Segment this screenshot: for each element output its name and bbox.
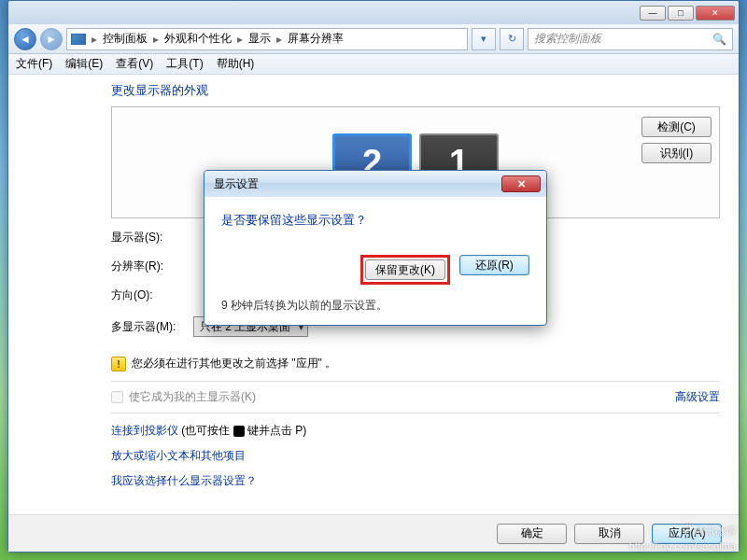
watermark-brand: 腾讯微博 [695,525,736,537]
resolution-label: 分辨率(R): [111,259,186,274]
nav-back-button[interactable]: ◄ [14,28,36,50]
maximize-button[interactable]: □ [668,6,694,21]
link-text: 连接到投影仪 [111,424,178,437]
display-settings-dialog: 显示设置 ✕ 是否要保留这些显示设置？ 保留更改(K) 还原(R) 9 秒钟后转… [204,170,547,326]
primary-display-label: 使它成为我的主显示器(K) [129,389,256,405]
minimize-button[interactable]: — [640,6,666,21]
address-bar[interactable]: ▸ 控制面板 ▸ 外观和个性化 ▸ 显示 ▸ 屏幕分辨率 [66,28,468,50]
nav-forward-button[interactable]: ► [40,28,63,50]
menu-tools[interactable]: 工具(T) [166,56,203,72]
warning-row: ! 您必须在进行其他更改之前选择 "应用" 。 [111,356,720,371]
warning-icon: ! [111,357,126,371]
search-placeholder: 搜索控制面板 [534,31,601,47]
breadcrumb-item[interactable]: 外观和个性化 [164,31,232,47]
close-button[interactable]: ✕ [696,6,735,21]
keep-changes-button[interactable]: 保留更改(K) [365,259,445,280]
windows-key-icon [233,426,245,437]
display-label: 显示器(S): [111,230,186,245]
multi-display-label: 多显示器(M): [111,319,186,335]
identify-button[interactable]: 识别(I) [641,143,712,163]
chevron-right-icon: ▸ [235,33,245,46]
search-input[interactable]: 搜索控制面板 🔍 [528,28,733,50]
search-icon: 🔍 [712,33,726,46]
breadcrumb-item[interactable]: 屏幕分辨率 [288,31,344,47]
countdown-text: 9 秒钟后转换为以前的显示设置。 [221,298,529,314]
menu-edit[interactable]: 编辑(E) [65,56,103,72]
breadcrumb-item[interactable]: 控制面板 [103,31,148,47]
control-panel-icon [71,34,86,45]
refresh-button[interactable]: ▾ [472,28,496,50]
projector-link[interactable]: 连接到投影仪 (也可按住 键并点击 P) [111,423,720,439]
menu-help[interactable]: 帮助(H) [217,56,255,72]
dialog-heading: 是否要保留这些显示设置？ [221,212,529,229]
breadcrumb-item[interactable]: 显示 [248,31,271,47]
menubar: 文件(F) 编辑(E) 查看(V) 工具(T) 帮助(H) [8,54,739,75]
watermark: ᕈ 腾讯微博 http://t.qq.com/sanqima [629,521,736,553]
annotation-highlight: 保留更改(K) [360,255,450,285]
weibo-icon: ᕈ [684,522,692,538]
chevron-right-icon: ▸ [151,33,161,46]
which-settings-link[interactable]: 我应该选择什么显示器设置？ [111,473,720,489]
chevron-right-icon: ▸ [275,33,284,46]
dialog-titlebar[interactable]: 显示设置 ✕ [204,171,546,197]
dialog-close-button[interactable]: ✕ [501,175,541,192]
refresh-button[interactable]: ↻ [500,28,524,50]
warning-text: 您必须在进行其他更改之前选择 "应用" 。 [132,356,336,371]
link-text: 键并点击 P) [245,424,307,437]
dialog-title: 显示设置 [214,176,259,192]
link-text: (也可按住 [178,424,233,437]
orientation-label: 方向(O): [111,287,186,303]
page-title: 更改显示器的外观 [111,82,720,99]
text-size-link[interactable]: 放大或缩小文本和其他项目 [111,448,720,464]
titlebar: — □ ✕ [8,1,739,24]
advanced-settings-link[interactable]: 高级设置 [675,389,720,405]
primary-display-checkbox [111,391,123,403]
navbar: ◄ ► ▸ 控制面板 ▸ 外观和个性化 ▸ 显示 ▸ 屏幕分辨率 ▾ ↻ 搜索控… [8,24,739,54]
menu-file[interactable]: 文件(F) [16,56,52,72]
chevron-right-icon: ▸ [90,33,99,46]
detect-button[interactable]: 检测(C) [641,117,712,137]
menu-view[interactable]: 查看(V) [116,56,153,72]
revert-button[interactable]: 还原(R) [459,255,529,275]
watermark-url: http://t.qq.com/sanqima [629,540,736,552]
ok-button[interactable]: 确定 [497,524,567,544]
